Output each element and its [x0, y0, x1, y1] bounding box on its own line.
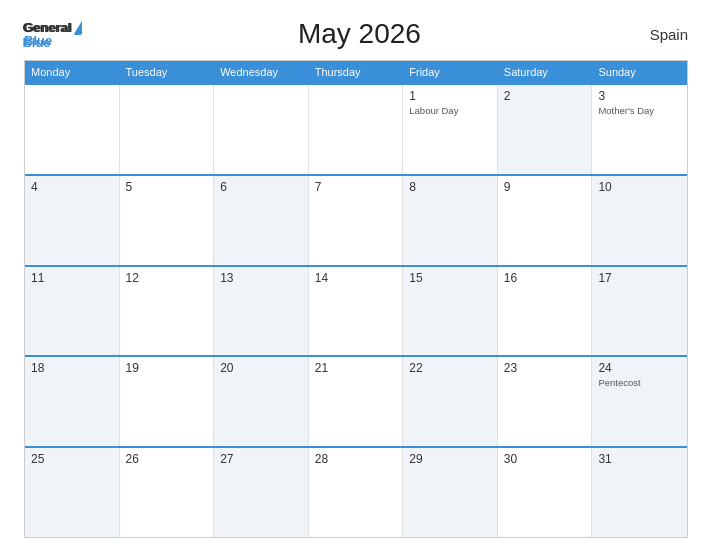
- header-friday: Friday: [403, 61, 498, 83]
- day-1: 1: [409, 89, 491, 103]
- day-24: 24: [598, 361, 681, 375]
- cell-w2-sun: 10: [592, 176, 687, 265]
- day-26: 26: [126, 452, 208, 466]
- day-13: 13: [220, 271, 302, 285]
- day-5: 5: [126, 180, 208, 194]
- day-14: 14: [315, 271, 397, 285]
- day-3: 3: [598, 89, 681, 103]
- cell-w2-fri: 8: [403, 176, 498, 265]
- cell-w4-fri: 22: [403, 357, 498, 446]
- cell-w4-tue: 19: [120, 357, 215, 446]
- cell-w1-wed: [214, 85, 309, 174]
- day-9: 9: [504, 180, 586, 194]
- cell-w5-tue: 26: [120, 448, 215, 537]
- cell-w1-thu: [309, 85, 404, 174]
- cell-w4-sun: 24 Pentecost: [592, 357, 687, 446]
- country-label: Spain: [638, 26, 688, 43]
- day-7: 7: [315, 180, 397, 194]
- day-18: 18: [31, 361, 113, 375]
- day-8: 8: [409, 180, 491, 194]
- day-21: 21: [315, 361, 397, 375]
- holiday-labour-day: Labour Day: [409, 105, 491, 117]
- day-4: 4: [31, 180, 113, 194]
- cell-w5-sat: 30: [498, 448, 593, 537]
- header: General Blue General Blue May 2026 Spain: [24, 18, 688, 50]
- cell-w3-wed: 13: [214, 267, 309, 356]
- cell-w4-mon: 18: [25, 357, 120, 446]
- day-20: 20: [220, 361, 302, 375]
- cell-w1-sun: 3 Mother's Day: [592, 85, 687, 174]
- cell-w5-sun: 31: [592, 448, 687, 537]
- cell-w4-thu: 21: [309, 357, 404, 446]
- header-monday: Monday: [25, 61, 120, 83]
- day-10: 10: [598, 180, 681, 194]
- cell-w4-wed: 20: [214, 357, 309, 446]
- week-5: 25 26 27 28 29 30 31: [25, 446, 687, 537]
- week-1: 1 Labour Day 2 3 Mother's Day: [25, 83, 687, 174]
- day-25: 25: [31, 452, 113, 466]
- cell-w2-thu: 7: [309, 176, 404, 265]
- cell-w2-sat: 9: [498, 176, 593, 265]
- day-11: 11: [31, 271, 113, 285]
- header-thursday: Thursday: [309, 61, 404, 83]
- day-2: 2: [504, 89, 586, 103]
- week-4: 18 19 20 21 22 23 24 P: [25, 355, 687, 446]
- day-23: 23: [504, 361, 586, 375]
- cell-w1-mon: [25, 85, 120, 174]
- cell-w2-mon: 4: [25, 176, 120, 265]
- logo-general-label: General: [22, 20, 80, 35]
- week-3: 11 12 13 14 15 16 17: [25, 265, 687, 356]
- day-22: 22: [409, 361, 491, 375]
- calendar-title: May 2026: [81, 18, 638, 50]
- cell-w5-fri: 29: [403, 448, 498, 537]
- week-2: 4 5 6 7 8 9 10: [25, 174, 687, 265]
- calendar: Monday Tuesday Wednesday Thursday Friday…: [24, 60, 688, 538]
- cell-w1-tue: [120, 85, 215, 174]
- day-16: 16: [504, 271, 586, 285]
- header-sunday: Sunday: [592, 61, 687, 83]
- day-31: 31: [598, 452, 681, 466]
- calendar-body: 1 Labour Day 2 3 Mother's Day 4 5: [25, 83, 687, 537]
- day-12: 12: [126, 271, 208, 285]
- cell-w1-fri: 1 Labour Day: [403, 85, 498, 174]
- page: General Blue General Blue May 2026 Spain…: [0, 0, 712, 550]
- cell-w2-wed: 6: [214, 176, 309, 265]
- day-17: 17: [598, 271, 681, 285]
- holiday-mothers-day: Mother's Day: [598, 105, 681, 117]
- cell-w3-fri: 15: [403, 267, 498, 356]
- cell-w5-wed: 27: [214, 448, 309, 537]
- day-6: 6: [220, 180, 302, 194]
- holiday-pentecost: Pentecost: [598, 377, 681, 389]
- cell-w2-tue: 5: [120, 176, 215, 265]
- cell-w5-mon: 25: [25, 448, 120, 537]
- day-30: 30: [504, 452, 586, 466]
- header-wednesday: Wednesday: [214, 61, 309, 83]
- cell-w3-mon: 11: [25, 267, 120, 356]
- cell-w3-thu: 14: [309, 267, 404, 356]
- day-29: 29: [409, 452, 491, 466]
- cell-w4-sat: 23: [498, 357, 593, 446]
- cell-w3-sat: 16: [498, 267, 593, 356]
- cell-w3-tue: 12: [120, 267, 215, 356]
- day-27: 27: [220, 452, 302, 466]
- header-tuesday: Tuesday: [120, 61, 215, 83]
- day-15: 15: [409, 271, 491, 285]
- cell-w5-thu: 28: [309, 448, 404, 537]
- logo-blue-label: Blue: [22, 35, 50, 50]
- calendar-header: Monday Tuesday Wednesday Thursday Friday…: [25, 61, 687, 83]
- header-saturday: Saturday: [498, 61, 593, 83]
- day-28: 28: [315, 452, 397, 466]
- cell-w1-sat: 2: [498, 85, 593, 174]
- day-19: 19: [126, 361, 208, 375]
- cell-w3-sun: 17: [592, 267, 687, 356]
